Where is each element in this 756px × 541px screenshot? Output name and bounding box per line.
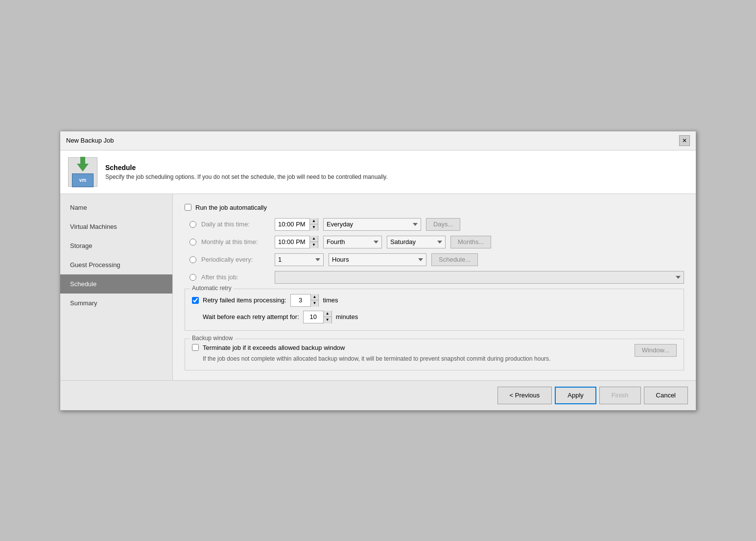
daily-time-up[interactable]: ▲ (310, 218, 318, 224)
periodic-value-dropdown[interactable]: 1 2 3 4 6 8 12 (275, 253, 324, 266)
window-info: Terminate job if it exceeds allowed back… (192, 344, 627, 363)
monthly-label: Monthly at this time: (201, 238, 270, 246)
dialog: New Backup Job ✕ vm Schedule Specify the… (60, 131, 696, 411)
periodic-radio[interactable] (189, 256, 196, 263)
sidebar: Name Virtual Machines Storage Guest Proc… (60, 194, 173, 380)
monthly-radio[interactable] (189, 239, 196, 246)
sidebar-item-summary[interactable]: Summary (60, 294, 172, 313)
window-row: Terminate job if it exceeds allowed back… (192, 344, 677, 363)
dialog-title: New Backup Job (66, 137, 114, 144)
window-button[interactable]: Window... (635, 344, 677, 357)
previous-button[interactable]: < Previous (497, 387, 552, 404)
wait-time-up[interactable]: ▲ (324, 311, 331, 317)
wait-row: Wait before each retry attempt for: ▲ ▼ … (192, 311, 677, 323)
sidebar-item-storage[interactable]: Storage (60, 236, 172, 255)
retry-count-up[interactable]: ▲ (311, 294, 319, 300)
daily-row: Daily at this time: ▲ ▼ Everyday Weekday… (189, 218, 684, 231)
run-auto-row: Run the job automatically (185, 204, 684, 211)
periodic-row: Periodically every: 1 2 3 4 6 8 12 Hours… (189, 253, 684, 266)
backup-window-section: Backup window Terminate job if it exceed… (185, 339, 684, 370)
sidebar-item-schedule[interactable]: Schedule (60, 274, 172, 294)
monthly-time-field[interactable] (275, 236, 309, 248)
window-description: If the job does not complete within allo… (192, 354, 627, 363)
terminate-label: Terminate job if it exceeds allowed back… (203, 344, 345, 351)
daily-label: Daily at this time: (201, 221, 270, 228)
apply-button[interactable]: Apply (555, 387, 596, 404)
monthly-time-input[interactable]: ▲ ▼ (275, 236, 318, 248)
cancel-button[interactable]: Cancel (644, 387, 688, 404)
run-auto-checkbox[interactable] (185, 204, 191, 211)
retry-count-down[interactable]: ▼ (311, 300, 319, 307)
monthly-week-dropdown[interactable]: First Second Third Fourth Last (323, 236, 382, 248)
content-area: Name Virtual Machines Storage Guest Proc… (60, 194, 696, 380)
monthly-time-down[interactable]: ▼ (310, 242, 318, 248)
days-button[interactable]: Days... (426, 218, 460, 231)
header-area: vm Schedule Specify the job scheduling o… (60, 150, 696, 194)
sidebar-item-guest-processing[interactable]: Guest Processing (60, 255, 172, 274)
vm-icon: vm (72, 157, 94, 187)
vm-label: vm (72, 173, 94, 187)
daily-time-field[interactable] (275, 219, 309, 230)
run-auto-label: Run the job automatically (195, 204, 267, 211)
months-button[interactable]: Months... (450, 236, 491, 248)
automatic-retry-section: Automatic retry Retry failed items proce… (185, 289, 684, 331)
monthly-time-spinners: ▲ ▼ (309, 236, 318, 248)
retry-unit: times (323, 296, 338, 304)
retry-count-field[interactable] (291, 295, 310, 306)
monthly-time-up[interactable]: ▲ (310, 236, 318, 242)
after-job-label: After this job: (201, 273, 270, 281)
retry-row: Retry failed items processing: ▲ ▼ times (192, 294, 677, 307)
schedule-options: Daily at this time: ▲ ▼ Everyday Weekday… (185, 218, 684, 284)
periodic-unit-dropdown[interactable]: Hours Minutes (329, 253, 426, 266)
finish-button[interactable]: Finish (599, 387, 641, 404)
wait-time-input[interactable]: ▲ ▼ (303, 311, 332, 323)
header-description: Specify the job scheduling options. If y… (105, 173, 388, 180)
window-section-title: Backup window (190, 335, 235, 342)
terminate-row: Terminate job if it exceeds allowed back… (192, 344, 627, 351)
after-job-dropdown[interactable] (275, 271, 684, 284)
close-button[interactable]: ✕ (679, 135, 690, 146)
header-title: Schedule (105, 164, 388, 172)
header-text: Schedule Specify the job scheduling opti… (105, 164, 388, 180)
retry-checkbox[interactable] (192, 297, 199, 304)
periodic-label: Periodically every: (201, 256, 270, 263)
after-job-radio[interactable] (189, 274, 196, 281)
daily-radio[interactable] (189, 221, 196, 228)
wait-time-spinners: ▲ ▼ (323, 311, 331, 323)
daily-frequency-dropdown[interactable]: Everyday Weekdays Weekends (323, 218, 421, 231)
sidebar-item-virtual-machines[interactable]: Virtual Machines (60, 217, 172, 236)
daily-time-spinners: ▲ ▼ (309, 218, 318, 231)
schedule-button[interactable]: Schedule... (431, 253, 478, 266)
sidebar-item-name[interactable]: Name (60, 198, 172, 217)
retry-section-title: Automatic retry (190, 285, 234, 292)
wait-time-down[interactable]: ▼ (324, 317, 331, 323)
footer-bar: < Previous Apply Finish Cancel (60, 380, 696, 410)
daily-time-input[interactable]: ▲ ▼ (275, 218, 318, 231)
wait-unit: minutes (336, 313, 358, 320)
monthly-row: Monthly at this time: ▲ ▼ First Second T… (189, 236, 684, 248)
retry-count-spinners: ▲ ▼ (310, 294, 319, 307)
title-bar: New Backup Job ✕ (60, 131, 696, 150)
after-job-row: After this job: (189, 271, 684, 284)
monthly-day-dropdown[interactable]: Monday Tuesday Wednesday Thursday Friday… (387, 236, 446, 248)
retry-label: Retry failed items processing: (203, 296, 286, 304)
main-content: Run the job automatically Daily at this … (173, 194, 696, 380)
wait-label: Wait before each retry attempt for: (203, 313, 299, 320)
retry-count-input[interactable]: ▲ ▼ (290, 294, 319, 307)
header-icon: vm (68, 157, 97, 187)
wait-time-field[interactable] (304, 311, 323, 323)
terminate-checkbox[interactable] (192, 344, 199, 351)
daily-time-down[interactable]: ▼ (310, 224, 318, 231)
